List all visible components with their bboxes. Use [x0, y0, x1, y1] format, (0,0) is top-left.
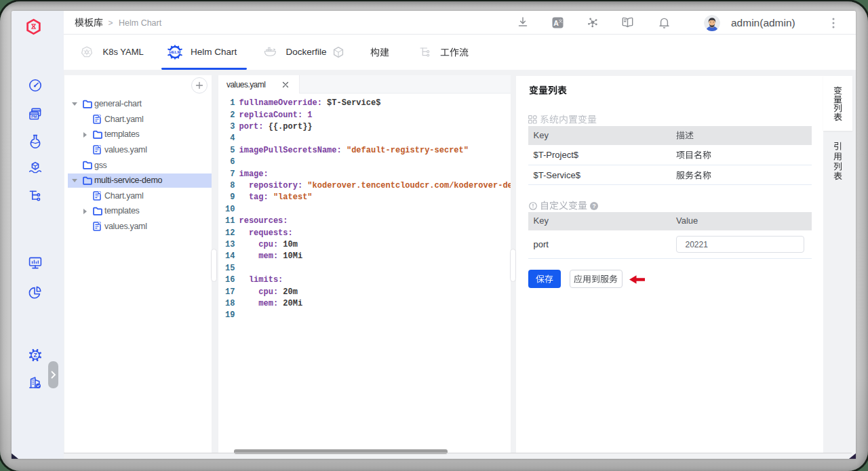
svg-text:?: ?	[592, 202, 595, 209]
svg-text:Z: Z	[33, 352, 37, 359]
svg-text:A: A	[553, 18, 559, 26]
svg-text:PM: PM	[31, 115, 37, 119]
svg-text:HELM: HELM	[169, 50, 180, 54]
